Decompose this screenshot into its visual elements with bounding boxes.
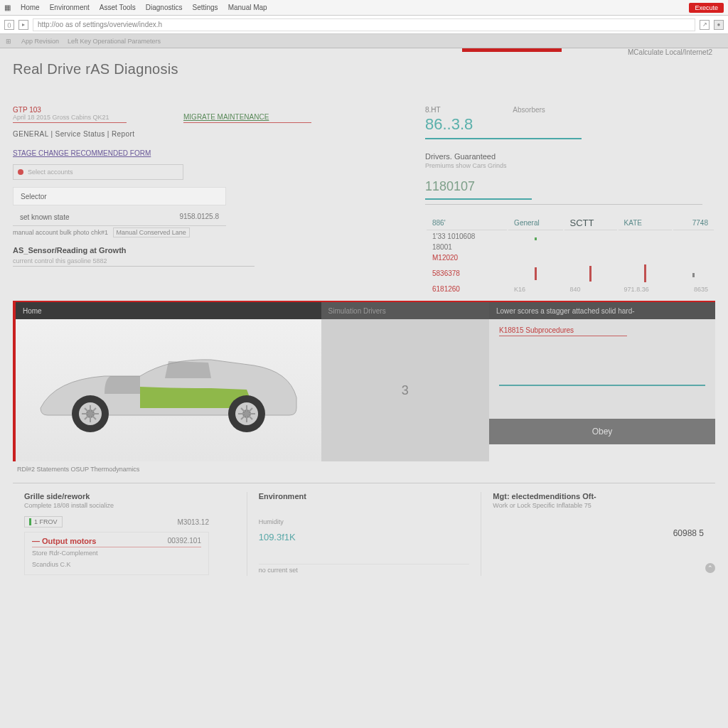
long-line: manual account bulk photo chk#1 Manual C… (13, 229, 411, 236)
menu-item[interactable]: Manual Map (228, 4, 267, 11)
chip-sub: April 18 2015 Gross Cabins QK21 (13, 114, 127, 121)
table-row: 6181260K16840971.8.368635 (427, 284, 714, 294)
record-icon[interactable]: ● (714, 20, 724, 30)
browse-label: Select accounts (28, 168, 73, 176)
tag[interactable]: 1 FROV (24, 516, 63, 528)
table-header: 7748 (673, 216, 714, 230)
divider (13, 266, 255, 267)
url-bar: () ▸ ↗ ● (0, 16, 728, 34)
execute-button[interactable]: Execute (689, 3, 724, 13)
table-row: M12020 (427, 253, 714, 262)
menu-item[interactable]: Asset Tools (100, 4, 136, 11)
card-sub: Complete 18/08 install socialize (24, 502, 235, 509)
menu-item[interactable]: Diagnostics (146, 4, 183, 11)
panel-header: Lower scores a stagger attached solid ha… (489, 302, 715, 319)
row-line: no current set (259, 564, 470, 576)
divider (425, 138, 582, 139)
sub-code: K18815 Subprocedures (499, 326, 705, 334)
bottom-cards: Grille side/rework Complete 18/08 instal… (13, 483, 715, 576)
metric-value: 86..3.8 (425, 115, 473, 134)
card-grille: Grille side/rework Complete 18/08 instal… (13, 492, 247, 576)
env-value: 109.3f1K (259, 532, 470, 542)
scores-panel: Lower scores a stagger attached solid ha… (489, 302, 715, 461)
divider (425, 204, 702, 205)
forward-button[interactable]: ▸ (18, 20, 28, 30)
group-value: 1180107 (425, 179, 475, 194)
help-icon[interactable]: ⌃ (705, 563, 715, 573)
table-row: 18001 (427, 242, 714, 252)
section-sub: current control this gasoline 5882 (13, 257, 411, 264)
table-row: 5836378 (427, 264, 714, 283)
manual-tag[interactable]: Manual Conserved Lane (113, 228, 190, 237)
chip-gtp[interactable]: GTP 103 (13, 106, 127, 114)
table-header: General (508, 216, 562, 230)
status-dot-icon (18, 169, 23, 175)
card-environment: Environment Humidity 109.3f1K no current… (247, 492, 481, 576)
card-mgt: Mgt: electedmenditions Oft- Work or Lock… (481, 492, 715, 576)
sim-panel: Simulation Drivers 3 (321, 302, 489, 461)
data-key: set known state (20, 213, 69, 221)
car-image (26, 337, 311, 444)
inner-box: — Output motors 00392.101 Store Rdr-Comp… (24, 532, 209, 575)
menu-item[interactable]: Settings (192, 4, 218, 11)
external-icon[interactable]: ↗ (700, 20, 710, 30)
divider (499, 385, 705, 386)
row-line: Scandius C.K (32, 559, 201, 570)
divider (499, 336, 627, 336)
data-key: Selector (21, 193, 47, 200)
section-heading: AS_Sensor/Reading at Growth (13, 246, 411, 255)
tag-value: M3013.12 (178, 518, 209, 526)
group-sub: Premiums show Cars Grinds (425, 162, 715, 169)
card-title: Environment (259, 492, 470, 500)
mgt-value: 60988 5 (493, 526, 704, 540)
menu-item[interactable]: Environment (50, 4, 90, 11)
back-button[interactable]: () (4, 20, 14, 30)
obey-button[interactable]: Obey (489, 419, 715, 444)
tab[interactable]: App Revision (21, 38, 59, 45)
url-input[interactable] (33, 18, 695, 31)
card-sub (259, 502, 470, 509)
panel-caption: RDl#2 Statements OSUP Thermodynamics (17, 466, 715, 473)
menu-item[interactable]: Home (21, 4, 40, 11)
table-header: SCTT (564, 216, 617, 230)
table-header: 886' (427, 216, 507, 230)
stat-table: 886' General SCTT KATE 7748 1'33 1010608… (425, 215, 715, 295)
vehicle-panel: Home (13, 302, 321, 461)
output-label: — Output motors (32, 537, 96, 545)
data-row: set known state 9158.0125.8 (13, 208, 226, 226)
right-column: 8.HT 86..3.8 Absorbers Drivers. Guarante… (411, 106, 715, 295)
row-line: Humidity (259, 516, 470, 528)
tab-icon: ⊞ (6, 38, 13, 45)
panel-header: Simulation Drivers (321, 302, 489, 319)
left-column: GTP 103 April 18 2015 Gross Cabins QK21 … (13, 106, 411, 295)
panel-header: Home (16, 302, 321, 319)
row-line: Store Rdr-Complement (32, 547, 201, 559)
panels: Home Simulation Drivers 3 Lower scores a… (13, 301, 715, 461)
tab-strip: ⊞ App Revision Left Key Operational Para… (0, 34, 728, 48)
divider (425, 198, 532, 200)
tab[interactable]: Left Key Operational Parameters (68, 38, 161, 45)
top-link[interactable]: MCalculate Local/Internet2 (628, 48, 712, 56)
data-value: 9158.0125.8 (179, 213, 219, 220)
divider (183, 122, 311, 123)
card-sub: Work or Lock Specific Inflatable 75 (493, 502, 704, 509)
metric-sub: Absorbers (513, 106, 545, 114)
app-icon: ▦ (4, 4, 11, 11)
menubar: ▦ Home Environment Asset Tools Diagnosti… (0, 0, 728, 16)
stage-change-link[interactable]: STAGE CHANGE RECOMMENDED FORM (13, 149, 151, 157)
divider (13, 122, 127, 123)
inner-breadcrumb: GENERAL | Service Status | Report (13, 130, 411, 138)
group-title: Drivers. Guaranteed (425, 152, 715, 161)
table-row: 1'33 1010608 (427, 232, 714, 241)
chip-migrate[interactable]: MIGRATE MAINTENANCE (183, 113, 311, 121)
card-title: Grille side/rework (24, 492, 235, 500)
sim-body: 3 (321, 319, 489, 461)
table-header: KATE (619, 216, 673, 230)
data-row: Selector (13, 187, 226, 205)
metric-label: 8.HT (425, 106, 473, 114)
browse-accounts[interactable]: Select accounts (13, 164, 183, 180)
card-title: Mgt: electedmenditions Oft- (493, 492, 704, 500)
page-title: Real Drive rAS Diagnosis (13, 61, 715, 77)
output-value: 00392.101 (168, 537, 201, 545)
